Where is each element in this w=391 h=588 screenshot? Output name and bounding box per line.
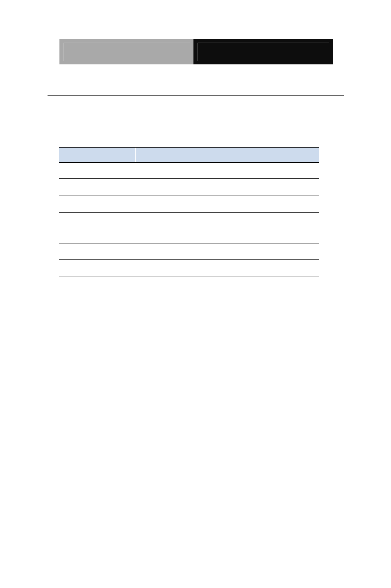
banner-tab-left-inner bbox=[64, 43, 190, 61]
table-row-divider bbox=[59, 276, 319, 276]
banner-tab-right-inner bbox=[198, 43, 329, 61]
table-header-bottom-border bbox=[59, 162, 319, 163]
document-page bbox=[0, 0, 391, 588]
table-row-divider bbox=[59, 227, 319, 227]
table-row-divider bbox=[59, 259, 319, 260]
table-header-row bbox=[59, 148, 319, 162]
table-header-col2 bbox=[136, 148, 319, 162]
table-row-divider bbox=[59, 178, 319, 179]
section-divider-top bbox=[48, 95, 344, 96]
table-header-col1 bbox=[59, 148, 136, 162]
banner-tab-right bbox=[193, 39, 333, 64]
table-row-divider bbox=[59, 244, 319, 244]
header-banner bbox=[59, 39, 333, 64]
table-row-divider bbox=[59, 196, 319, 196]
table-row-divider bbox=[59, 212, 319, 213]
footer-divider bbox=[48, 493, 344, 493]
banner-tab-left bbox=[59, 39, 193, 64]
